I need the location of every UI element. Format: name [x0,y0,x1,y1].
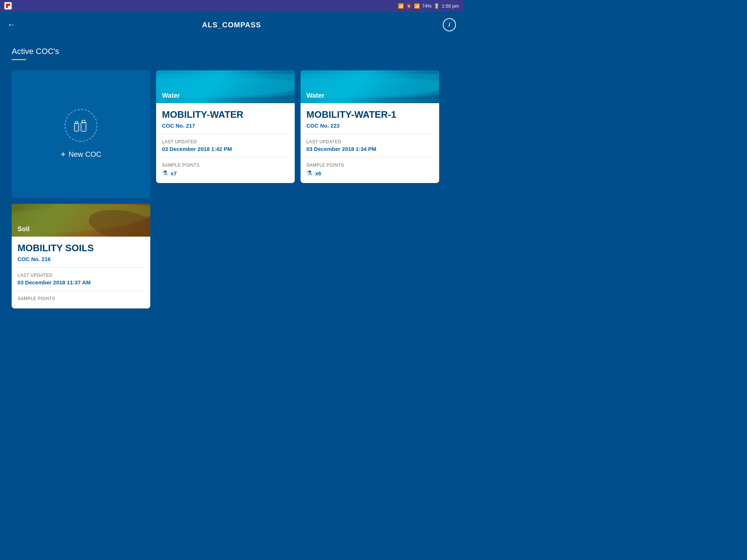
sample-count-2: x6 [315,170,321,176]
cards-row-2: Soil MOBILITY SOILS COC No. 216 LAST UPD… [12,204,452,308]
card-divider-1b [162,157,289,158]
svg-point-10 [82,124,85,129]
new-coc-text: New COC [69,150,101,159]
card-header-water-1: Water [156,70,295,103]
last-updated-value-3: 03 December 2018 11:37 AM [18,279,144,285]
new-coc-label: + New COC [61,149,101,159]
new-coc-card[interactable]: + New COC [12,70,150,198]
battery-icon: 🔋 [434,3,440,9]
card-type-soil-1: Soil [18,225,30,233]
status-bar: 📶 🔇 📶 74% 🔋 1:50 pm [0,0,463,12]
card-header-water-2: Water [301,70,439,103]
flask-icon-2: ⚗ [306,169,312,177]
flask-icon-1: ⚗ [162,169,168,177]
card-coc-water-2: COC No. 223 [306,122,433,129]
card-divider-1a [162,134,289,134]
card-type-water-1: Water [162,92,180,100]
card-divider-3b [18,291,144,291]
clock: 1:50 pm [442,3,459,9]
sample-count-1: x7 [171,170,177,176]
last-updated-label-1: LAST UPDATED [162,139,289,144]
card-header-soil-1: Soil [12,204,150,237]
card-name-water-2: MOBILITY-WATER-1 [306,109,433,120]
sample-points-label-2: SAMPLE POINTS [306,163,433,168]
card-body-soil-1: MOBILITY SOILS COC No. 216 LAST UPDATED … [12,237,150,308]
card-body-water-2: MOBILITY-WATER-1 COC No. 223 LAST UPDATE… [301,103,439,183]
last-updated-label-2: LAST UPDATED [306,139,433,144]
app-icon [4,2,12,9]
card-coc-soil-1: COC No. 216 [18,256,144,262]
status-bar-left [4,2,12,9]
card-coc-water-1: COC No. 217 [162,122,289,129]
new-coc-icon-circle [65,109,97,142]
svg-point-5 [75,125,78,130]
info-button[interactable]: i [443,18,456,31]
coc-card-soil-1[interactable]: Soil MOBILITY SOILS COC No. 216 LAST UPD… [12,204,150,308]
card-name-soil-1: MOBILITY SOILS [18,242,144,254]
bluetooth-icon: 📶 [398,3,404,9]
last-updated-label-3: LAST UPDATED [18,273,144,278]
card-divider-2a [306,134,433,134]
cards-row-1: + New COC Water MOBILITY-WATER COC No. 2… [12,70,452,198]
nav-bar: ← ALS_COMPASS i [0,12,463,38]
card-divider-3a [18,267,144,268]
card-type-water-2: Water [306,92,324,100]
status-bar-right: 📶 🔇 📶 74% 🔋 1:50 pm [398,3,459,9]
last-updated-value-1: 03 December 2018 1:42 PM [162,146,289,152]
coc-card-water-2[interactable]: Water MOBILITY-WATER-1 COC No. 223 LAST … [301,70,439,183]
sample-points-label-3: SAMPLE POINTS [18,296,144,301]
card-divider-2b [306,157,433,158]
wifi-icon: 📶 [414,3,420,9]
main-content: Active COC's [0,38,463,323]
card-name-water-1: MOBILITY-WATER [162,109,289,120]
back-button[interactable]: ← [7,20,15,30]
section-underline [12,59,26,60]
app-title: ALS_COMPASS [202,21,261,29]
coc-card-water-1[interactable]: Water MOBILITY-WATER COC No. 217 LAST UP… [156,70,295,183]
bottles-icon [71,117,90,134]
section-title: Active COC's [12,47,452,56]
last-updated-value-2: 03 December 2018 1:34 PM [306,146,433,152]
sample-points-2: ⚗ x6 [306,169,433,177]
plus-icon: + [61,149,66,159]
mute-icon: 🔇 [406,3,412,9]
battery-percent: 74% [422,3,431,9]
sample-points-1: ⚗ x7 [162,169,289,177]
sample-points-label-1: SAMPLE POINTS [162,163,289,168]
card-body-water-1: MOBILITY-WATER COC No. 217 LAST UPDATED … [156,103,295,183]
